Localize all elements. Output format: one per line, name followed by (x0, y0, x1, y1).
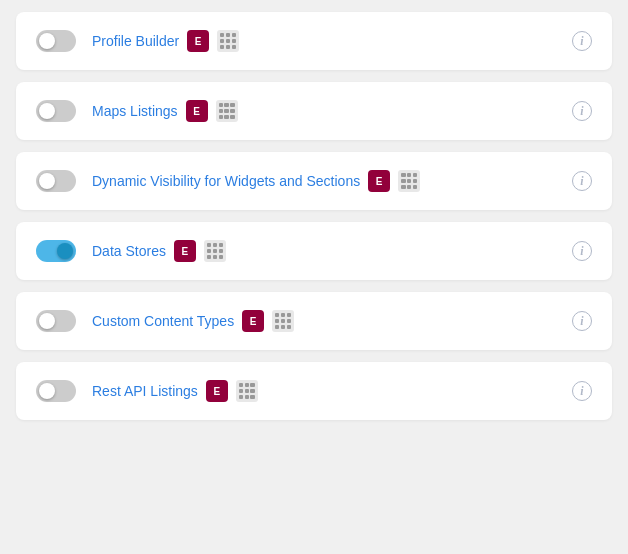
toggle-rest-api-listings[interactable] (36, 380, 76, 402)
item-title-custom-content-types[interactable]: Custom Content Types (92, 313, 234, 329)
toggle-track-rest-api-listings (36, 380, 76, 402)
grid-badge-dynamic-visibility (398, 170, 420, 192)
info-icon-dynamic-visibility[interactable]: i (572, 171, 592, 191)
item-title-profile-builder[interactable]: Profile Builder (92, 33, 179, 49)
toggle-track-data-stores (36, 240, 76, 262)
item-title-dynamic-visibility[interactable]: Dynamic Visibility for Widgets and Secti… (92, 173, 360, 189)
info-icon-custom-content-types[interactable]: i (572, 311, 592, 331)
item-label-data-stores: Data StoresE (92, 240, 556, 262)
toggle-custom-content-types[interactable] (36, 310, 76, 332)
item-label-maps-listings: Maps ListingsE (92, 100, 556, 122)
item-label-dynamic-visibility: Dynamic Visibility for Widgets and Secti… (92, 170, 556, 192)
elementor-badge-profile-builder: E (187, 30, 209, 52)
toggle-track-custom-content-types (36, 310, 76, 332)
grid-badge-maps-listings (216, 100, 238, 122)
grid-badge-profile-builder (217, 30, 239, 52)
toggle-maps-listings[interactable] (36, 100, 76, 122)
item-title-maps-listings[interactable]: Maps Listings (92, 103, 178, 119)
toggle-thumb-profile-builder (39, 33, 55, 49)
grid-badge-data-stores (204, 240, 226, 262)
toggle-profile-builder[interactable] (36, 30, 76, 52)
items-list: Profile BuilderEiMaps ListingsEiDynamic … (16, 12, 612, 420)
elementor-badge-maps-listings: E (186, 100, 208, 122)
item-label-profile-builder: Profile BuilderE (92, 30, 556, 52)
toggle-thumb-rest-api-listings (39, 383, 55, 399)
item-card-profile-builder: Profile BuilderEi (16, 12, 612, 70)
toggle-thumb-custom-content-types (39, 313, 55, 329)
toggle-data-stores[interactable] (36, 240, 76, 262)
toggle-dynamic-visibility[interactable] (36, 170, 76, 192)
item-card-dynamic-visibility: Dynamic Visibility for Widgets and Secti… (16, 152, 612, 210)
toggle-thumb-dynamic-visibility (39, 173, 55, 189)
toggle-track-maps-listings (36, 100, 76, 122)
grid-badge-rest-api-listings (236, 380, 258, 402)
info-icon-maps-listings[interactable]: i (572, 101, 592, 121)
toggle-thumb-maps-listings (39, 103, 55, 119)
item-card-data-stores: Data StoresEi (16, 222, 612, 280)
elementor-badge-data-stores: E (174, 240, 196, 262)
info-icon-profile-builder[interactable]: i (572, 31, 592, 51)
info-icon-rest-api-listings[interactable]: i (572, 381, 592, 401)
item-card-custom-content-types: Custom Content TypesEi (16, 292, 612, 350)
elementor-badge-dynamic-visibility: E (368, 170, 390, 192)
item-card-maps-listings: Maps ListingsEi (16, 82, 612, 140)
elementor-badge-custom-content-types: E (242, 310, 264, 332)
toggle-track-profile-builder (36, 30, 76, 52)
item-label-custom-content-types: Custom Content TypesE (92, 310, 556, 332)
info-icon-data-stores[interactable]: i (572, 241, 592, 261)
elementor-badge-rest-api-listings: E (206, 380, 228, 402)
grid-badge-custom-content-types (272, 310, 294, 332)
item-title-rest-api-listings[interactable]: Rest API Listings (92, 383, 198, 399)
item-card-rest-api-listings: Rest API ListingsEi (16, 362, 612, 420)
toggle-thumb-data-stores (57, 243, 73, 259)
item-label-rest-api-listings: Rest API ListingsE (92, 380, 556, 402)
item-title-data-stores[interactable]: Data Stores (92, 243, 166, 259)
toggle-track-dynamic-visibility (36, 170, 76, 192)
